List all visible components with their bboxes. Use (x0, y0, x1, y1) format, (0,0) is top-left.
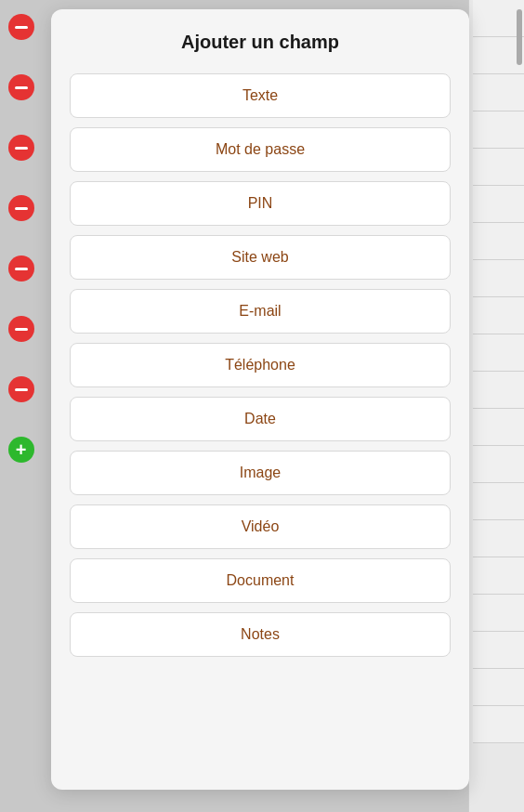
field-button-notes[interactable]: Notes (70, 612, 451, 657)
bg-line (473, 409, 524, 446)
bg-line (473, 595, 524, 632)
bg-line (473, 372, 524, 409)
bg-line (473, 334, 524, 372)
bg-line (473, 149, 524, 186)
field-button-email[interactable]: E-mail (70, 289, 451, 334)
scrollbar-thumb[interactable] (517, 9, 522, 65)
sidebar-icons (0, 14, 42, 497)
bg-line (473, 520, 524, 557)
remove-button-7[interactable] (8, 376, 34, 402)
remove-button-2[interactable] (8, 74, 34, 100)
field-button-image[interactable]: Image (70, 451, 451, 495)
bg-line (473, 260, 524, 297)
field-button-date[interactable]: Date (70, 397, 451, 441)
add-button[interactable] (8, 437, 34, 463)
bg-line (473, 706, 524, 743)
bg-line (473, 111, 524, 149)
panel-title: Ajouter un champ (181, 32, 339, 53)
field-button-document[interactable]: Document (70, 558, 451, 603)
bg-line (473, 632, 524, 669)
add-field-panel: Ajouter un champ TexteMot de passePINSit… (51, 9, 469, 790)
bg-line (473, 557, 524, 595)
bg-line (473, 446, 524, 483)
field-button-mot-de-passe[interactable]: Mot de passe (70, 127, 451, 172)
background-panel (468, 0, 524, 812)
fields-list: TexteMot de passePINSite webE-mailTéléph… (70, 73, 451, 657)
remove-button-5[interactable] (8, 255, 34, 282)
bg-line (473, 186, 524, 223)
field-button-site-web[interactable]: Site web (70, 235, 451, 280)
bg-line (473, 297, 524, 334)
background-lines (473, 0, 524, 812)
bg-line (473, 669, 524, 706)
remove-button-3[interactable] (8, 135, 34, 161)
field-button-telephone[interactable]: Téléphone (70, 343, 451, 387)
bg-line (473, 223, 524, 260)
bg-line (473, 74, 524, 111)
remove-button-1[interactable] (8, 14, 34, 40)
bg-line (473, 483, 524, 520)
field-button-texte[interactable]: Texte (70, 73, 451, 118)
field-button-video[interactable]: Vidéo (70, 504, 451, 549)
remove-button-6[interactable] (8, 316, 34, 342)
remove-button-4[interactable] (8, 195, 34, 221)
field-button-pin[interactable]: PIN (70, 181, 451, 226)
